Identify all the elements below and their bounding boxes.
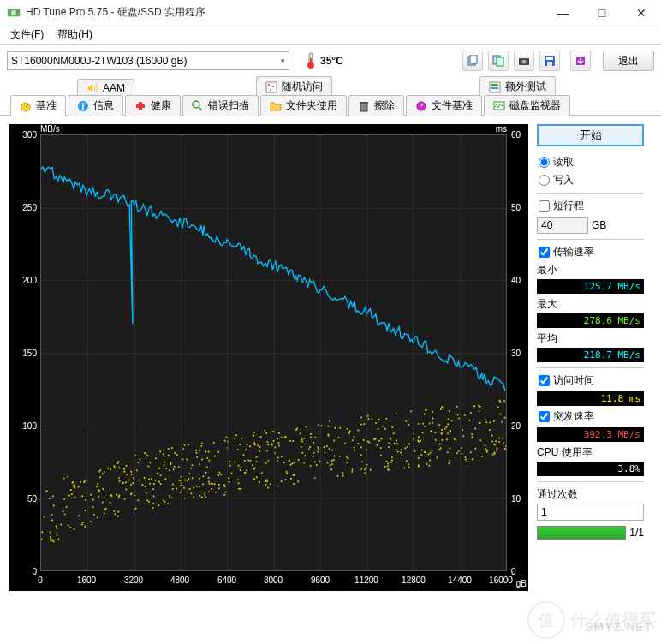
svg-point-70 — [85, 499, 86, 501]
svg-point-609 — [421, 449, 423, 450]
shortstroke-value-input[interactable]: 40 — [537, 217, 588, 234]
svg-rect-29 — [360, 102, 368, 104]
shortstroke-check-row[interactable]: 短行程 — [537, 199, 644, 213]
close-button[interactable]: ✕ — [622, 0, 661, 26]
access-check-row[interactable]: 访问时间 — [537, 373, 644, 388]
svg-point-137 — [217, 451, 219, 453]
tab-disk-monitor[interactable]: 磁盘监视器 — [484, 95, 570, 116]
maximize-button[interactable]: □ — [582, 0, 622, 26]
svg-point-284 — [172, 488, 174, 490]
svg-point-625 — [113, 465, 115, 467]
passes-input[interactable]: 1 — [537, 504, 644, 521]
svg-point-438 — [426, 409, 427, 411]
svg-point-466 — [360, 468, 362, 469]
tab-health[interactable]: 健康 — [125, 95, 181, 116]
svg-point-39 — [73, 485, 74, 486]
svg-text:i: i — [82, 102, 85, 111]
copy-info-button[interactable] — [462, 51, 483, 71]
tabs-row-bottom: 基准 i 信息 健康 错误扫描 文件夹使用 擦除 文件基准 磁盘监视器 — [0, 96, 661, 115]
svg-point-241 — [137, 462, 139, 463]
minimize-button[interactable]: — — [543, 0, 582, 26]
svg-point-282 — [44, 516, 45, 517]
svg-point-178 — [104, 471, 105, 473]
svg-point-360 — [277, 438, 278, 439]
svg-point-608 — [472, 458, 473, 460]
read-radio[interactable] — [539, 157, 550, 168]
svg-point-138 — [286, 471, 288, 473]
transferrate-check-row[interactable]: 传输速率 — [537, 245, 644, 259]
tab-error-scan[interactable]: 错误扫描 — [182, 95, 259, 116]
svg-point-483 — [67, 476, 68, 478]
svg-point-628 — [294, 462, 295, 463]
y-left-tick: 300 — [22, 130, 37, 140]
svg-point-385 — [130, 493, 132, 495]
tab-benchmark[interactable]: 基准 — [10, 95, 66, 116]
svg-point-605 — [53, 540, 55, 542]
tab-random-access[interactable]: 随机访问 — [256, 76, 332, 97]
svg-point-306 — [457, 414, 459, 415]
transferrate-checkbox[interactable] — [539, 247, 550, 258]
svg-point-309 — [208, 480, 210, 482]
write-radio[interactable] — [539, 175, 550, 186]
svg-point-588 — [486, 450, 488, 451]
svg-point-350 — [158, 481, 160, 483]
svg-point-469 — [267, 444, 269, 446]
svg-point-244 — [265, 432, 267, 434]
start-button[interactable]: 开始 — [537, 124, 644, 146]
svg-point-183 — [471, 433, 473, 435]
svg-point-258 — [199, 495, 200, 497]
svg-point-560 — [105, 508, 107, 510]
svg-point-538 — [293, 474, 295, 476]
tab-aam[interactable]: AAM — [77, 79, 134, 97]
tab-label: 磁盘监视器 — [509, 98, 561, 113]
menubar: 文件(F) 帮助(H) — [0, 26, 661, 45]
copy-screenshot-button[interactable] — [488, 51, 509, 71]
svg-point-606 — [163, 499, 164, 501]
svg-point-327 — [50, 531, 51, 533]
svg-rect-15 — [266, 82, 277, 92]
tab-info[interactable]: i 信息 — [68, 95, 123, 116]
shortstroke-checkbox[interactable] — [539, 200, 550, 212]
svg-point-229 — [317, 451, 319, 453]
svg-point-582 — [56, 525, 57, 527]
svg-point-527 — [364, 468, 366, 470]
tab-folder-usage[interactable]: 文件夹使用 — [260, 95, 347, 116]
write-radio-row[interactable]: 写入 — [537, 173, 644, 188]
svg-point-294 — [441, 433, 443, 435]
svg-point-348 — [278, 432, 280, 434]
menu-file[interactable]: 文件(F) — [3, 26, 51, 44]
y-right-tick: 60 — [511, 130, 521, 140]
x-tick: 9600 — [311, 575, 330, 585]
svg-point-545 — [115, 467, 116, 468]
svg-point-599 — [182, 458, 183, 460]
tab-file-benchmark[interactable]: 文件基准 — [406, 95, 482, 116]
svg-point-64 — [326, 462, 328, 463]
screenshot-button[interactable] — [514, 51, 534, 71]
svg-point-56 — [118, 477, 120, 479]
tab-erase[interactable]: 擦除 — [348, 95, 404, 116]
access-checkbox[interactable] — [539, 375, 550, 386]
svg-point-395 — [202, 484, 204, 486]
svg-point-94 — [93, 514, 95, 516]
tab-extra-tests[interactable]: 额外测试 — [479, 76, 556, 97]
svg-point-99 — [370, 469, 372, 471]
tab-label: 文件夹使用 — [286, 98, 337, 113]
options-button[interactable] — [570, 51, 591, 71]
save-button[interactable] — [539, 51, 560, 71]
burst-check-row[interactable]: 突发速率 — [537, 409, 644, 424]
cpu-label: CPU 使用率 — [537, 445, 644, 460]
exit-button[interactable]: 退出 — [603, 51, 654, 71]
read-radio-row[interactable]: 读取 — [537, 155, 644, 170]
svg-point-403 — [333, 440, 335, 442]
tab-label: 文件基准 — [432, 98, 473, 113]
svg-point-455 — [385, 461, 387, 462]
device-select[interactable]: ST16000NM000J-2TW103 (16000 gB) ▾ — [7, 51, 289, 70]
access-label: 访问时间 — [553, 373, 594, 388]
x-tick: 6400 — [217, 575, 236, 585]
burst-checkbox[interactable] — [539, 411, 550, 422]
menu-help[interactable]: 帮助(H) — [51, 26, 99, 44]
svg-point-288 — [92, 498, 94, 500]
svg-point-267 — [74, 486, 75, 488]
svg-point-299 — [53, 505, 55, 507]
svg-point-406 — [349, 431, 351, 432]
